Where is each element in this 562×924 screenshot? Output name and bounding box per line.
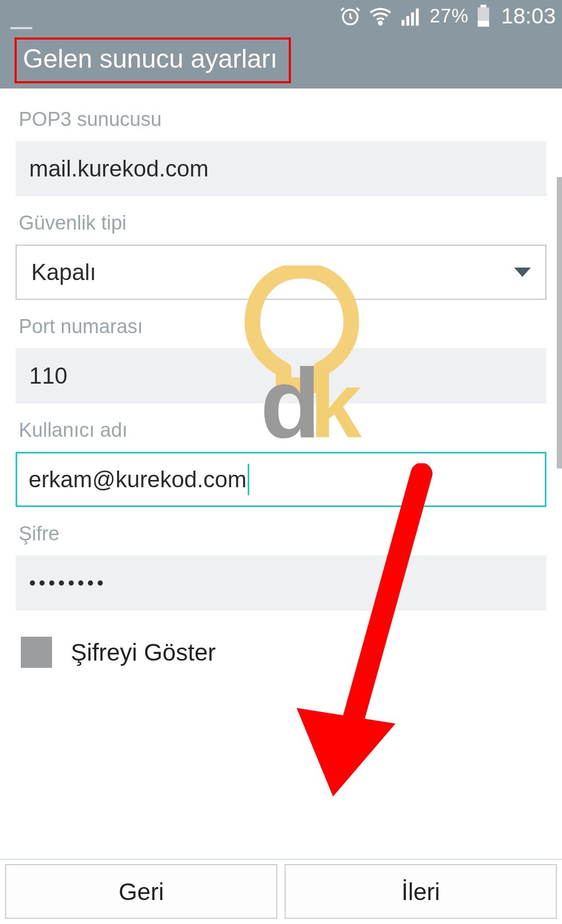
port-label: Port numarası [19,315,546,338]
show-password-row[interactable]: Şifreyi Göster [16,637,546,668]
clock: 18:03 [501,4,556,29]
svg-marker-11 [302,713,385,796]
svg-rect-2 [401,20,404,26]
text-caret [248,464,249,495]
signal-icon [400,5,423,28]
svg-marker-12 [297,708,395,796]
security-type-select[interactable]: Kapalı [16,245,546,300]
page-title: Gelen sunucu ayarları [15,37,291,83]
svg-rect-8 [478,21,489,27]
svg-point-1 [379,22,382,25]
next-button[interactable]: İleri [285,864,557,919]
wifi-icon [368,4,392,28]
pop3-server-label: POP3 sunucusu [19,108,546,131]
app-bar: Gelen sunucu ayarları [0,32,562,88]
alarm-icon [339,5,361,27]
security-type-label: Güvenlik tipi [19,212,546,234]
decorative-line [10,27,32,29]
username-input[interactable]: erkam@kurekod.com [16,452,546,507]
password-label: Şifre [19,523,546,545]
battery-icon [476,5,491,28]
port-input[interactable] [16,348,546,403]
svg-rect-4 [411,12,414,26]
security-type-value: Kapalı [31,259,96,285]
back-button[interactable]: Geri [5,864,277,919]
password-input[interactable] [16,555,546,611]
form-content: POP3 sunucusu Güvenlik tipi Kapalı Port … [0,88,562,859]
svg-rect-5 [416,8,419,26]
svg-rect-6 [480,5,486,8]
username-value: erkam@kurekod.com [29,466,247,492]
show-password-label: Şifreyi Göster [71,638,216,666]
chevron-down-icon [514,268,531,277]
status-bar: 27% 18:03 [0,0,562,32]
show-password-checkbox[interactable] [21,637,52,668]
pop3-server-input[interactable] [16,141,546,196]
username-label: Kullanıcı adı [19,419,546,441]
scroll-indicator[interactable] [557,177,562,469]
svg-rect-3 [406,16,410,26]
bottom-button-bar: Geri İleri [0,859,562,924]
battery-percent: 27% [430,5,469,27]
